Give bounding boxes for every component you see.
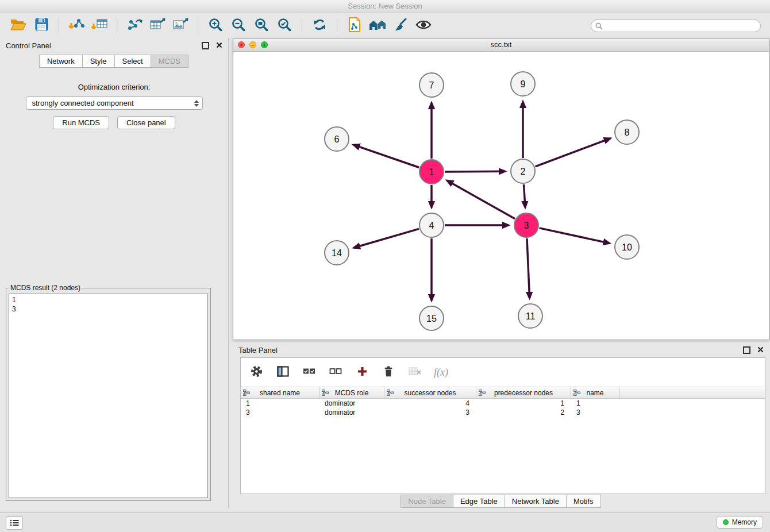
close-window-button[interactable]: ×: [238, 41, 245, 48]
main-toolbar: [0, 13, 770, 38]
network-canvas[interactable]: 7968124314101511: [233, 52, 769, 340]
unselect-all-columns-button[interactable]: [328, 365, 343, 380]
edge-1-6[interactable]: [353, 145, 419, 167]
toolbar-search: [591, 20, 761, 32]
import-network-icon: [68, 17, 85, 34]
control-tab-style[interactable]: Style: [82, 55, 115, 68]
table-panel-header: Table Panel: [233, 342, 769, 357]
delete-columns-button[interactable]: [381, 365, 396, 380]
table-cell: dominator: [319, 408, 384, 417]
float-panel-icon[interactable]: [743, 346, 750, 354]
column-header-shared-name[interactable]: shared name: [241, 387, 319, 398]
column-header-label: successor nodes: [404, 389, 456, 397]
memory-button[interactable]: Memory: [717, 516, 763, 529]
save-floppy-icon: [34, 17, 49, 34]
table-row[interactable]: 1dominator411: [241, 399, 765, 408]
edge-1-2[interactable]: [445, 171, 505, 172]
mcds-result-list[interactable]: 13: [9, 294, 208, 498]
search-icon: [595, 22, 603, 32]
export-image-button[interactable]: [169, 15, 192, 37]
table-tab-network-table[interactable]: Network Table: [505, 495, 567, 508]
export-table-button[interactable]: [146, 15, 169, 37]
table-panel-tabs: Node TableEdge TableNetwork TableMotifs: [233, 495, 769, 508]
table-tab-edge-table[interactable]: Edge Table: [453, 495, 505, 508]
table-cell: 3: [571, 408, 619, 417]
save-session-button[interactable]: [30, 15, 53, 37]
network-from-document-button[interactable]: [343, 15, 366, 37]
import-table-icon: [91, 18, 108, 34]
function-builder-button[interactable]: f(x): [434, 365, 448, 380]
delete-table-icon: [409, 367, 422, 378]
edge-3-1[interactable]: [447, 180, 515, 219]
column-header-predecessor-nodes[interactable]: predecessor nodes: [476, 387, 571, 398]
float-panel-icon[interactable]: [202, 42, 209, 49]
create-column-button[interactable]: [355, 365, 369, 380]
delete-table-button[interactable]: [407, 365, 422, 380]
table-tab-motifs[interactable]: Motifs: [566, 495, 601, 508]
node-label-15: 15: [426, 314, 437, 323]
zoom-in-button[interactable]: [204, 15, 227, 37]
table-panel-title: Table Panel: [238, 346, 278, 354]
control-panel-header: Control Panel: [0, 38, 228, 53]
zoom-window-button[interactable]: +: [261, 41, 268, 48]
column-header-MCDS-role[interactable]: MCDS role: [319, 387, 384, 398]
close-panel-button[interactable]: Close panel: [117, 116, 175, 129]
open-file-button[interactable]: [7, 15, 30, 37]
select-all-columns-button[interactable]: [302, 365, 317, 380]
trash-icon: [383, 365, 394, 380]
first-neighbors-button[interactable]: [366, 15, 389, 37]
column-header-label: MCDS role: [335, 389, 369, 397]
column-header-name[interactable]: name: [571, 387, 619, 398]
zoom-selected-button[interactable]: [273, 15, 296, 37]
edge-2-3[interactable]: [524, 184, 526, 207]
export-table-icon: [149, 17, 165, 34]
network-window-titlebar[interactable]: × − + scc.txt: [233, 38, 769, 52]
edge-2-8[interactable]: [536, 138, 611, 167]
show-columns-button[interactable]: [275, 365, 290, 380]
table-mode-button[interactable]: [249, 365, 264, 380]
close-panel-icon[interactable]: [216, 41, 222, 50]
dropdown-stepper-icon: [194, 100, 199, 107]
list-icon: [10, 518, 19, 529]
memory-label: Memory: [732, 518, 757, 526]
node-label-2: 2: [521, 167, 526, 176]
task-history-button[interactable]: [6, 516, 23, 530]
run-mcds-button[interactable]: Run MCDS: [53, 116, 109, 129]
column-header-successor-nodes[interactable]: successor nodes: [384, 387, 476, 398]
control-tab-mcds[interactable]: MCDS: [151, 55, 188, 68]
checked-boxes-icon: [303, 367, 315, 377]
export-network-button[interactable]: [123, 15, 146, 37]
import-table-button[interactable]: [88, 15, 111, 37]
zoom-fit-button[interactable]: [250, 15, 273, 37]
table-cell: dominator: [319, 399, 384, 408]
network-graph[interactable]: 7968124314101511: [233, 52, 769, 340]
table-cell: 2: [476, 408, 571, 417]
mcds-result-line: 3: [12, 304, 205, 314]
show-graphics-details-button[interactable]: [412, 15, 435, 37]
node-label-14: 14: [332, 248, 342, 258]
edge-4-14[interactable]: [354, 229, 419, 248]
mcds-panel: Optimization criterion: strongly connect…: [0, 83, 228, 129]
edge-3-11[interactable]: [527, 238, 530, 298]
refresh-network-button[interactable]: [308, 15, 331, 37]
column-sort-icon: [479, 390, 486, 398]
zoom-out-button[interactable]: [227, 15, 250, 37]
close-panel-icon[interactable]: [757, 346, 764, 354]
table-tab-node-table[interactable]: Node Table: [401, 495, 453, 508]
control-tab-select[interactable]: Select: [114, 55, 151, 68]
style-brush-button[interactable]: [389, 15, 412, 37]
open-folder-icon: [10, 17, 27, 34]
window-titlebar: Session: New Session: [0, 0, 770, 13]
search-input[interactable]: [591, 20, 761, 32]
import-network-button[interactable]: [65, 15, 88, 37]
table-row[interactable]: 3dominator323: [241, 408, 765, 417]
table-header-row: shared nameMCDS rolesuccessor nodesprede…: [241, 387, 765, 399]
toolbar-separator: [302, 17, 302, 34]
edge-3-10[interactable]: [540, 228, 610, 244]
control-tab-network[interactable]: Network: [39, 55, 83, 68]
node-label-6: 6: [334, 134, 340, 144]
mcds-result-title: MCDS result (2 nodes): [9, 284, 82, 292]
mcds-result-box: MCDS result (2 nodes) 13: [6, 284, 211, 501]
minimize-window-button[interactable]: −: [249, 41, 256, 48]
criterion-dropdown[interactable]: strongly connected component: [26, 97, 203, 110]
